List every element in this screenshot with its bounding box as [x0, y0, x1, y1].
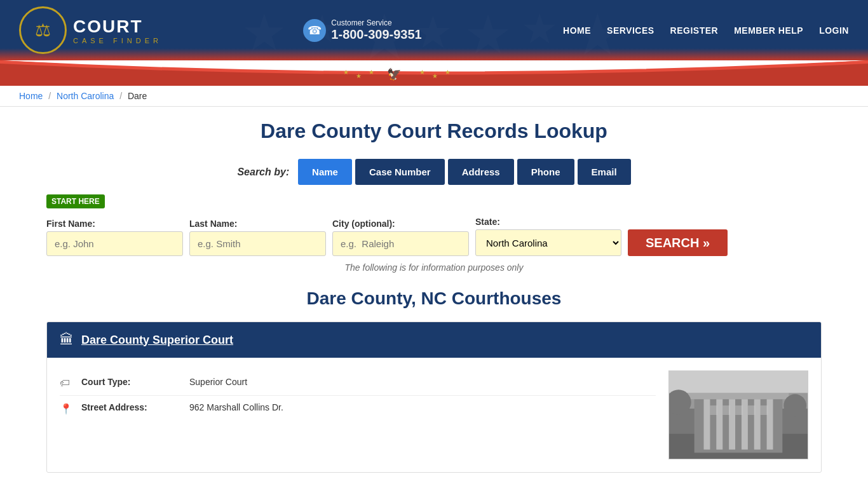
- svg-rect-22: [710, 405, 717, 415]
- street-address-row: 📍 Street Address: 962 Marshall Collins D…: [60, 396, 656, 421]
- breadcrumb-state[interactable]: North Carolina: [57, 91, 114, 101]
- logo-brand: COURT: [73, 17, 162, 37]
- city-label: City (optional):: [332, 219, 469, 229]
- svg-rect-12: [704, 399, 710, 449]
- courthouse-body: 🏷 Court Type: Superior Court 📍 Street Ad…: [47, 358, 821, 472]
- first-name-label: First Name:: [46, 219, 183, 229]
- start-here-badge: START HERE: [46, 194, 105, 208]
- last-name-label: Last Name:: [189, 219, 326, 229]
- breadcrumb: Home / North Carolina / Dare: [0, 86, 868, 107]
- first-name-group: First Name:: [46, 219, 183, 256]
- svg-point-21: [783, 394, 806, 417]
- site-header: ★ ★ ★ ★ ★ ★ ★ ⚖ COURT CASE FINDER ☎ Cust…: [0, 0, 868, 60]
- first-name-input[interactable]: [46, 231, 183, 256]
- tab-email[interactable]: Email: [578, 159, 631, 185]
- phone-icon: ☎: [303, 19, 326, 42]
- search-tabs: Name Case Number Address Phone Email: [298, 159, 630, 185]
- customer-service: ☎ Customer Service 1-800-309-9351: [303, 18, 421, 42]
- nav-login[interactable]: LOGIN: [819, 25, 849, 36]
- court-type-label: Court Type:: [81, 377, 183, 387]
- search-section: Search by: Name Case Number Address Phon…: [46, 159, 822, 185]
- courthouse-image: [668, 370, 808, 459]
- cs-label: Customer Service: [331, 18, 421, 27]
- svg-text:🦅: 🦅: [387, 67, 402, 81]
- court-type-value: Superior Court: [189, 377, 247, 387]
- svg-text:★: ★: [419, 69, 425, 76]
- breadcrumb-sep-2: /: [119, 91, 122, 101]
- logo-area[interactable]: ⚖ COURT CASE FINDER: [19, 6, 162, 54]
- breadcrumb-sep-1: /: [48, 91, 51, 101]
- search-form: First Name: Last Name: City (optional): …: [46, 217, 822, 256]
- svg-text:★: ★: [343, 69, 349, 76]
- svg-rect-24: [735, 405, 743, 415]
- state-label: State:: [475, 217, 621, 227]
- court-type-icon: 🏷: [60, 377, 75, 389]
- courthouse-card-header: 🏛 Dare County Superior Court: [47, 322, 821, 358]
- logo-icon: ⚖: [35, 20, 51, 41]
- court-type-row: 🏷 Court Type: Superior Court: [60, 370, 656, 396]
- nav-home[interactable]: HOME: [563, 25, 591, 36]
- ribbon: 🦅 ★ ★ ★ ★ ★ ★: [0, 60, 868, 86]
- main-nav: HOME SERVICES REGISTER MEMBER HELP LOGIN: [563, 25, 849, 36]
- courthouse-building-icon: 🏛: [60, 332, 74, 348]
- courthouses-title: Dare County, NC Courthouses: [46, 288, 822, 309]
- svg-text:★: ★: [369, 69, 374, 76]
- svg-rect-25: [748, 405, 756, 415]
- tab-phone[interactable]: Phone: [517, 159, 574, 185]
- logo-sub: CASE FINDER: [73, 37, 162, 44]
- last-name-group: Last Name:: [189, 219, 326, 256]
- svg-text:★: ★: [445, 69, 451, 76]
- svg-rect-11: [688, 393, 789, 399]
- breadcrumb-home[interactable]: Home: [19, 91, 43, 101]
- nav-member-help[interactable]: MEMBER HELP: [734, 25, 803, 36]
- last-name-input[interactable]: [189, 231, 326, 256]
- svg-rect-26: [761, 405, 768, 415]
- page-title: Dare County Court Records Lookup: [46, 119, 822, 143]
- search-by-label: Search by:: [237, 166, 289, 177]
- svg-rect-23: [722, 405, 730, 415]
- search-button[interactable]: SEARCH »: [628, 229, 728, 256]
- tab-case-number[interactable]: Case Number: [355, 159, 445, 185]
- svg-text:★: ★: [356, 72, 362, 79]
- street-value: 962 Marshall Collins Dr.: [189, 402, 283, 412]
- breadcrumb-county: Dare: [128, 91, 147, 101]
- tab-address[interactable]: Address: [448, 159, 514, 185]
- svg-rect-19: [669, 371, 808, 393]
- city-group: City (optional):: [332, 219, 469, 256]
- state-group: State: North Carolina Alabama Alaska Ari…: [475, 217, 621, 256]
- city-input[interactable]: [332, 231, 469, 256]
- state-select[interactable]: North Carolina Alabama Alaska Arizona Ca…: [475, 229, 621, 256]
- nav-services[interactable]: SERVICES: [607, 25, 654, 36]
- main-content: Dare County Court Records Lookup Search …: [27, 107, 841, 488]
- location-icon: 📍: [60, 403, 75, 415]
- courthouse-info: 🏷 Court Type: Superior Court 📍 Street Ad…: [60, 370, 656, 459]
- courthouse-name-link[interactable]: Dare County Superior Court: [81, 334, 233, 347]
- cs-phone: 1-800-309-9351: [331, 27, 421, 42]
- courthouse-card: 🏛 Dare County Superior Court 🏷 Court Typ…: [46, 322, 822, 473]
- nav-register[interactable]: REGISTER: [670, 25, 719, 36]
- svg-text:★: ★: [432, 72, 438, 79]
- street-label: Street Address:: [81, 402, 183, 412]
- logo-emblem: ⚖: [19, 6, 67, 54]
- disclaimer-text: The following is for information purpose…: [46, 262, 822, 273]
- tab-name[interactable]: Name: [298, 159, 352, 185]
